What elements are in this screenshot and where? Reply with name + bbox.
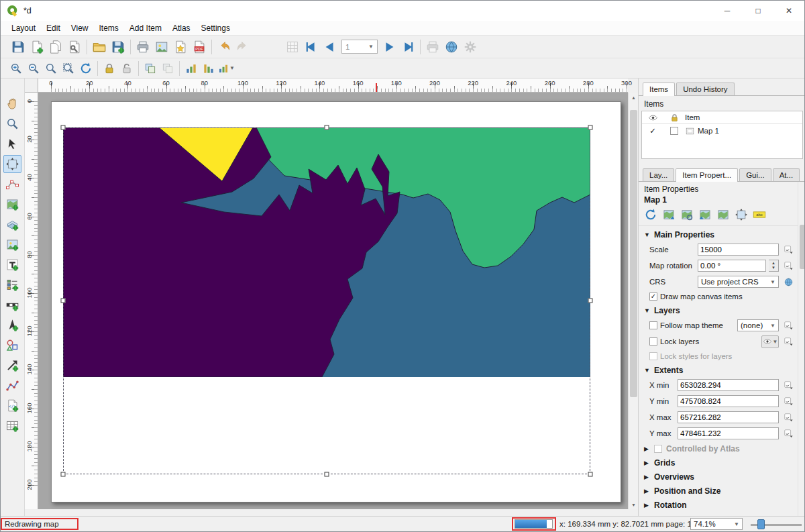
- add-picture-button[interactable]: [3, 235, 21, 254]
- scroll-down-icon[interactable]: ▼: [629, 500, 639, 509]
- visibility-presets-button[interactable]: ▼: [761, 335, 779, 348]
- draw-canvas-items-checkbox[interactable]: ✓: [649, 292, 657, 301]
- new-layout-button[interactable]: [28, 38, 46, 56]
- labeling-settings-button[interactable]: [751, 207, 767, 223]
- tab-layout[interactable]: Lay...: [643, 168, 674, 181]
- preview-atlas-button[interactable]: [283, 38, 302, 56]
- scrollbar-thumb[interactable]: [800, 225, 805, 269]
- zoom-in-button[interactable]: [7, 60, 25, 77]
- layout-canvas[interactable]: [38, 93, 628, 509]
- menu-add-item[interactable]: Add Item: [124, 22, 167, 34]
- refresh-view-button[interactable]: [77, 60, 95, 77]
- menu-edit[interactable]: Edit: [41, 22, 66, 34]
- section-layers[interactable]: ▼Layers: [643, 303, 795, 317]
- lock-selected-items-button[interactable]: [101, 60, 118, 77]
- item-visibility-check-icon[interactable]: ✓: [642, 126, 663, 136]
- x-min-input[interactable]: [678, 379, 779, 391]
- export-atlas-button[interactable]: [461, 38, 480, 56]
- selection-handle[interactable]: [588, 125, 593, 130]
- add-3d-map-button[interactable]: [3, 215, 21, 233]
- atlas-settings-button[interactable]: [442, 38, 461, 56]
- export-svg-button[interactable]: [171, 38, 190, 56]
- crs-properties-button[interactable]: [782, 276, 795, 288]
- atlas-last-feature-button[interactable]: [398, 38, 417, 56]
- tab-item-properties[interactable]: Item Propert...: [676, 168, 738, 182]
- duplicate-layout-button[interactable]: [46, 38, 65, 56]
- zoom-actual-size-button[interactable]: [42, 60, 60, 77]
- selection-handle[interactable]: [61, 299, 66, 303]
- section-main-properties[interactable]: ▼Main Properties: [643, 227, 795, 242]
- unlock-all-items-button[interactable]: [118, 60, 136, 77]
- set-scale-to-canvas-button[interactable]: [697, 207, 713, 223]
- tab-items[interactable]: Items: [643, 83, 675, 96]
- interactively-edit-extent-button[interactable]: [733, 207, 749, 223]
- atlas-first-feature-button[interactable]: [302, 38, 321, 56]
- section-extents[interactable]: ▼Extents: [643, 363, 795, 377]
- print-layout-button[interactable]: [133, 38, 152, 56]
- section-overviews[interactable]: ▶Overviews: [643, 470, 795, 484]
- data-defined-override-button[interactable]: [782, 319, 795, 332]
- selection-handle[interactable]: [325, 472, 329, 477]
- add-attribute-table-button[interactable]: [3, 417, 21, 435]
- add-map-button[interactable]: [3, 195, 21, 213]
- set-map-extent-to-canvas-button[interactable]: [661, 207, 677, 223]
- canvas-vertical-scrollbar[interactable]: ▲ ▼: [628, 93, 638, 509]
- atlas-feature-combo[interactable]: 1▼: [341, 40, 378, 54]
- undo-button[interactable]: [215, 38, 233, 56]
- tab-guides[interactable]: Gui...: [739, 168, 771, 181]
- map-item[interactable]: [63, 127, 590, 377]
- scrollbar-thumb[interactable]: [630, 110, 637, 397]
- close-button[interactable]: ✕: [773, 1, 804, 21]
- zoom-slider-handle[interactable]: [757, 519, 765, 529]
- move-item-content-button[interactable]: [3, 155, 21, 173]
- add-arrow-button[interactable]: [3, 356, 21, 374]
- data-defined-override-button[interactable]: [782, 335, 795, 348]
- pan-layout-button[interactable]: [3, 95, 21, 113]
- data-defined-override-button[interactable]: [782, 395, 795, 408]
- resize-arrange-button[interactable]: ▼: [217, 60, 235, 77]
- view-extent-in-canvas-button[interactable]: [679, 207, 695, 223]
- menu-settings[interactable]: Settings: [196, 22, 235, 34]
- lock-styles-checkbox[interactable]: [649, 352, 657, 360]
- selection-handle[interactable]: [588, 299, 593, 303]
- section-controlled-by-atlas[interactable]: ▶Controlled by Atlas: [643, 441, 795, 456]
- add-legend-button[interactable]: [3, 276, 21, 294]
- zoom-level-combo[interactable]: 74.1%▼: [690, 518, 743, 530]
- export-image-button[interactable]: [152, 38, 171, 56]
- x-max-input[interactable]: [678, 411, 779, 423]
- data-defined-override-button[interactable]: [782, 260, 795, 272]
- maximize-button[interactable]: □: [743, 1, 773, 21]
- selection-handle[interactable]: [588, 472, 593, 477]
- ungroup-items-button[interactable]: [159, 60, 176, 77]
- select-move-item-button[interactable]: [3, 135, 21, 153]
- selection-handle[interactable]: [61, 472, 66, 477]
- layout-manager-button[interactable]: [65, 38, 84, 56]
- add-north-arrow-button[interactable]: [3, 316, 21, 334]
- data-defined-override-button[interactable]: [782, 244, 795, 256]
- menu-view[interactable]: View: [66, 22, 94, 34]
- redo-button[interactable]: [233, 38, 252, 56]
- add-label-button[interactable]: [3, 256, 21, 274]
- menu-layout[interactable]: Layout: [6, 22, 41, 34]
- spinner-buttons[interactable]: ▲▼: [769, 260, 779, 272]
- menu-atlas[interactable]: Atlas: [167, 22, 196, 34]
- export-pdf-button[interactable]: [190, 38, 209, 56]
- zoom-full-button[interactable]: [60, 60, 77, 77]
- map-theme-dropdown[interactable]: (none)▼: [737, 319, 779, 331]
- lower-selected-items-button[interactable]: [200, 60, 217, 77]
- data-defined-override-button[interactable]: [782, 379, 795, 392]
- tab-atlas[interactable]: At...: [773, 168, 800, 181]
- item-lock-checkbox[interactable]: [670, 127, 678, 135]
- update-map-preview-button[interactable]: [643, 207, 659, 223]
- y-min-input[interactable]: [678, 395, 779, 407]
- selection-handle[interactable]: [61, 125, 66, 130]
- save-project-button[interactable]: [9, 38, 28, 56]
- spin-up-icon[interactable]: ▲: [771, 261, 775, 266]
- tab-undo-history[interactable]: Undo History: [676, 83, 734, 95]
- add-scalebar-button[interactable]: [3, 296, 21, 314]
- minimize-button[interactable]: ─: [712, 1, 743, 21]
- panel-scrollbar[interactable]: [798, 182, 805, 516]
- follow-map-theme-checkbox[interactable]: [649, 321, 657, 329]
- data-defined-override-button[interactable]: [782, 427, 795, 440]
- item-name[interactable]: Map 1: [698, 127, 719, 135]
